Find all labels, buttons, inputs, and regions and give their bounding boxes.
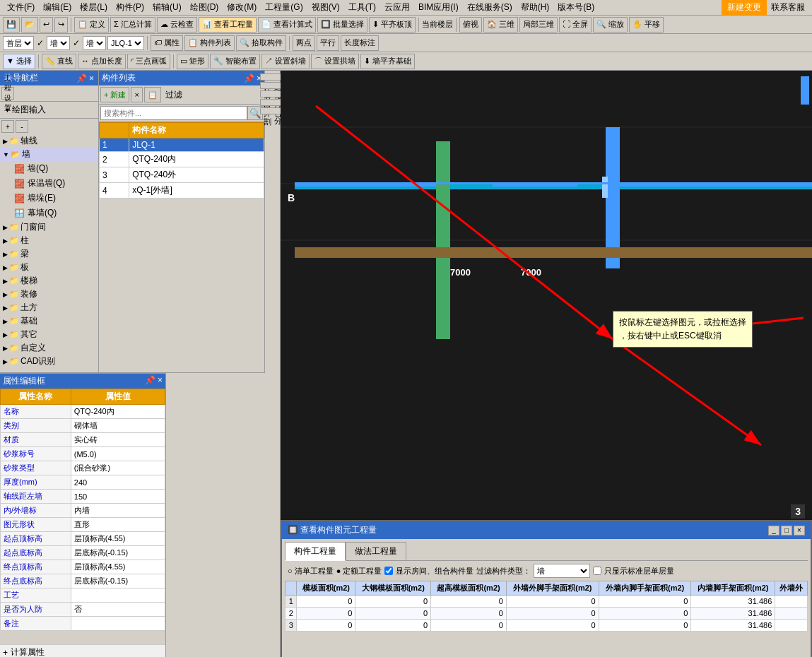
btn-three-arc[interactable]: ◜ 三点画弧 bbox=[127, 54, 170, 69]
btn-open[interactable]: 📂 bbox=[21, 17, 38, 32]
btn-select[interactable]: ▼ 选择 bbox=[3, 54, 35, 69]
btn-pan[interactable]: ✋ 平移 bbox=[629, 17, 664, 32]
menu-online[interactable]: 在线服务(S) bbox=[463, 0, 517, 15]
menu-bim[interactable]: BIM应用(I) bbox=[414, 0, 463, 15]
btn-smart-place[interactable]: 🔧 智能布置 bbox=[210, 54, 260, 69]
dialog-table-container[interactable]: 模板面积(m2) 大钢模板面积(m2) 超高模板面积(m2) 外墙外脚手架面积(… bbox=[285, 581, 808, 657]
nav-draw-input[interactable]: ▼ 绘图输入 bbox=[1, 103, 97, 117]
checkbox-single-layer[interactable] bbox=[593, 567, 601, 575]
comp-search-input[interactable] bbox=[100, 106, 247, 120]
table-row[interactable]: 1 JLQ-1 bbox=[100, 138, 264, 152]
nav-item-axis[interactable]: ▶ 📁 轴线 bbox=[0, 134, 98, 148]
btn-cloud-check[interactable]: ☁ 云检查 bbox=[157, 17, 197, 32]
table-row[interactable]: 2 0 0 0 0 0 31.486 bbox=[286, 608, 808, 620]
table-row[interactable]: 3 QTQ-240外 bbox=[100, 167, 264, 183]
scroll-indicator[interactable] bbox=[801, 76, 809, 105]
btn-local-3d[interactable]: 局部三维 bbox=[519, 17, 558, 32]
menu-component[interactable]: 构件(P) bbox=[112, 0, 148, 15]
btn-property[interactable]: 🏷 属性 bbox=[151, 35, 183, 51]
btn-two-points[interactable]: 两点 bbox=[293, 35, 315, 51]
filter-type-select[interactable]: 墙 bbox=[534, 564, 590, 578]
btn-set-slope[interactable]: ↗ 设置斜墙 bbox=[261, 54, 310, 69]
btn-parallel[interactable]: 平行 bbox=[317, 35, 339, 51]
btn-wall-base[interactable]: ⬇ 墙平齐基础 bbox=[360, 54, 415, 69]
menu-edit[interactable]: 编辑(E) bbox=[39, 0, 76, 15]
menu-new-change[interactable]: 新建变更 bbox=[722, 0, 767, 15]
btn-copy-comp[interactable]: 📋 bbox=[144, 87, 161, 102]
canvas-area[interactable]: B 7000 7000 bbox=[281, 71, 812, 657]
comp-name-select[interactable]: JLQ-1 bbox=[107, 36, 144, 50]
nav-remove-btn[interactable]: - bbox=[16, 120, 28, 133]
btn-redo[interactable]: ↪ bbox=[54, 17, 68, 32]
btn-view-calc[interactable]: 📄 查看计算式 bbox=[258, 17, 316, 32]
nav-item-earthwork[interactable]: ▶ 📁 土方 bbox=[0, 301, 98, 314]
menu-tools[interactable]: 工具(T) bbox=[344, 0, 380, 15]
attr-expand-calc[interactable]: + 计算属性 bbox=[0, 644, 165, 657]
nav-item-wall[interactable]: ▼ 📂 墙 bbox=[0, 148, 98, 161]
btn-batch-select[interactable]: 🔲 批量选择 bbox=[317, 17, 367, 32]
table-row[interactable]: 3 0 0 0 0 0 31.486 bbox=[286, 620, 808, 632]
btn-length-mark[interactable]: 长度标注 bbox=[341, 35, 379, 51]
wall-type1[interactable]: 墙 bbox=[47, 36, 70, 50]
btn-new-comp[interactable]: + 新建 bbox=[100, 87, 129, 102]
btn-save[interactable]: 💾 bbox=[3, 17, 20, 32]
menu-view[interactable]: 视图(V) bbox=[307, 0, 344, 15]
nav-item-beam[interactable]: ▶ 📁 梁 bbox=[0, 247, 98, 261]
nav-sub-wall-q[interactable]: 🧱 墙(Q) bbox=[0, 161, 98, 176]
btn-3d[interactable]: 🏠 三维 bbox=[483, 17, 518, 32]
menu-modify[interactable]: 修改(M) bbox=[223, 0, 261, 15]
menu-file[interactable]: 文件(F) bbox=[3, 0, 39, 15]
dialog-close-btn[interactable]: × bbox=[794, 526, 805, 535]
btn-line[interactable]: 📏 直线 bbox=[42, 54, 76, 69]
nav-item-door-window[interactable]: ▶ 📁 门窗间 bbox=[0, 220, 98, 234]
dialog-minimize-btn[interactable]: _ bbox=[768, 526, 779, 535]
btn-fullscreen[interactable]: ⛶ 全屏 bbox=[559, 17, 592, 32]
menu-axis[interactable]: 辅轴(U) bbox=[148, 0, 186, 15]
btn-set-arch[interactable]: ⌒ 设置拱墙 bbox=[311, 54, 359, 69]
btn-align-floor[interactable]: ⬇ 平齐板顶 bbox=[369, 17, 416, 32]
btn-comp-list[interactable]: 📋 构件列表 bbox=[184, 35, 235, 51]
nav-title-pin[interactable]: 📌 × bbox=[76, 73, 94, 83]
wall-type2[interactable]: 墙 bbox=[83, 36, 106, 50]
nav-item-other[interactable]: ▶ 📁 其它 bbox=[0, 328, 98, 341]
nav-section-settings[interactable]: 工程设置 bbox=[1, 87, 14, 100]
nav-sub-wall-pier[interactable]: 🧱 墙垛(E) bbox=[0, 191, 98, 206]
tab-method-qty[interactable]: 做法工程量 bbox=[346, 542, 406, 560]
attr-panel-pin[interactable]: 📌 × bbox=[145, 375, 163, 387]
menu-contact[interactable]: 联系客服 bbox=[767, 0, 809, 15]
table-row[interactable]: 1 0 0 0 0 0 31.486 bbox=[286, 596, 808, 608]
comp-list-close[interactable]: 📌 × bbox=[244, 73, 261, 83]
btn-pick-comp[interactable]: 🔍 拾取构件 bbox=[236, 35, 286, 51]
nav-item-slab[interactable]: ▶ 📁 板 bbox=[0, 261, 98, 274]
nav-sub-curtain-wall[interactable]: 🪟 幕墙(Q) bbox=[0, 206, 98, 220]
tab-comp-qty[interactable]: 构件工程量 bbox=[285, 542, 346, 561]
btn-undo[interactable]: ↩ bbox=[40, 17, 53, 32]
dialog-maximize-btn[interactable]: □ bbox=[781, 526, 792, 535]
table-row[interactable]: 2 QTQ-240内 bbox=[100, 152, 264, 167]
menu-version[interactable]: 版本号(B) bbox=[553, 0, 599, 15]
btn-sum-calc[interactable]: Σ 汇总计算 bbox=[110, 17, 155, 32]
nav-sub-wall-insulate[interactable]: 🧱 保温墙(Q) bbox=[0, 176, 98, 191]
btn-define[interactable]: 📋 定义 bbox=[74, 17, 109, 32]
nav-item-custom[interactable]: ▶ 📁 自定义 bbox=[0, 341, 98, 355]
btn-rect[interactable]: ▭ 矩形 bbox=[177, 54, 208, 69]
nav-item-foundation[interactable]: ▶ 📁 基础 bbox=[0, 314, 98, 328]
nav-item-column[interactable]: ▶ 📁 柱 bbox=[0, 234, 98, 247]
menu-draw[interactable]: 绘图(D) bbox=[186, 0, 223, 15]
table-row[interactable]: 4 xQ-1[外墙] bbox=[100, 183, 264, 199]
btn-point-length[interactable]: ↔ 点加长度 bbox=[78, 54, 126, 69]
checkbox-show-room[interactable] bbox=[384, 567, 393, 575]
menu-help[interactable]: 帮助(H) bbox=[517, 0, 554, 15]
nav-add-btn[interactable]: + bbox=[1, 120, 14, 133]
nav-item-decor[interactable]: ▶ 📁 装修 bbox=[0, 288, 98, 301]
menu-quantity[interactable]: 工程量(G) bbox=[261, 0, 307, 15]
btn-zoom[interactable]: 🔍 缩放 bbox=[593, 17, 628, 32]
nav-item-cad[interactable]: ▶ 📁 CAD识别 bbox=[0, 355, 98, 368]
menu-cloud[interactable]: 云应用 bbox=[380, 0, 414, 15]
menu-floor[interactable]: 楼层(L) bbox=[76, 0, 112, 15]
btn-del-comp[interactable]: × bbox=[131, 87, 142, 102]
btn-view-qty[interactable]: 📊 查看工程量 bbox=[199, 17, 257, 32]
floor-selector[interactable]: 首层 bbox=[3, 36, 34, 50]
btn-top-view[interactable]: 俯视 bbox=[459, 17, 482, 32]
nav-item-stair[interactable]: ▶ 📁 楼梯 bbox=[0, 274, 98, 288]
